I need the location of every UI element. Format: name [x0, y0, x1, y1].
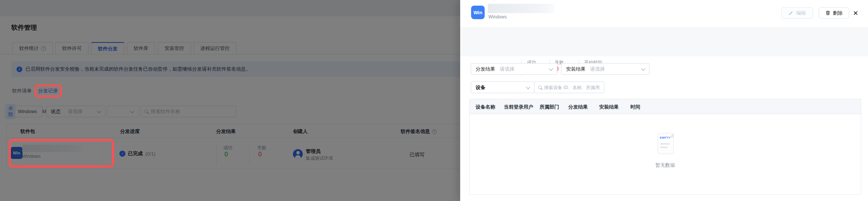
- col-header-dist-result: 分发结果: [568, 104, 588, 110]
- device-search[interactable]: [534, 82, 604, 93]
- chevron-down-icon: [549, 66, 553, 70]
- col-header-install-result: 安装结果: [599, 104, 619, 110]
- distribution-result-select[interactable]: 分发结果 请选择: [471, 63, 557, 75]
- chevron-down-icon: [526, 85, 530, 89]
- annotation-box-package-cell: [9, 139, 114, 168]
- trash-icon: [825, 11, 830, 15]
- win-os-badge: Win: [471, 6, 485, 19]
- distribution-detail-drawer: Win Windows 编辑 删除 ✕ ✓ 已完成 (0/1) 成功 0 失败 …: [460, 0, 868, 201]
- install-result-select[interactable]: 安装结果 请选择: [561, 63, 650, 75]
- close-icon[interactable]: ✕: [851, 9, 860, 18]
- status-summary-bar: ✓ 已完成 (0/1) 成功 0 失败 0 开始时间 2023-11-20 19…: [460, 27, 868, 56]
- chevron-down-icon: [641, 66, 645, 70]
- empty-state-icon: EMPTY: [657, 133, 674, 154]
- device-scope-select[interactable]: 设备: [471, 82, 534, 93]
- search-icon: [538, 86, 542, 89]
- col-header-current-user: 当前登录用户: [504, 104, 533, 110]
- pencil-icon: [789, 11, 793, 15]
- device-search-input[interactable]: [544, 85, 600, 90]
- annotation-box-records-tab: [35, 85, 62, 97]
- delete-button[interactable]: 删除: [819, 7, 849, 19]
- col-header-department: 所属部门: [540, 104, 559, 110]
- edit-button[interactable]: 编辑: [781, 7, 813, 19]
- col-header-device-name: 设备名称: [476, 104, 495, 110]
- device-results-table: 设备名称 当前登录用户 所属部门 分发结果 安装结果 时间 EMPTY 暂无数据: [469, 99, 861, 195]
- table-header-row: 设备名称 当前登录用户 所属部门 分发结果 安装结果 时间: [470, 99, 861, 114]
- redacted-package-name: [488, 4, 555, 13]
- empty-state-text: 暂无数据: [470, 162, 861, 169]
- package-platform: Windows: [488, 14, 507, 20]
- col-header-time: 时间: [630, 104, 640, 110]
